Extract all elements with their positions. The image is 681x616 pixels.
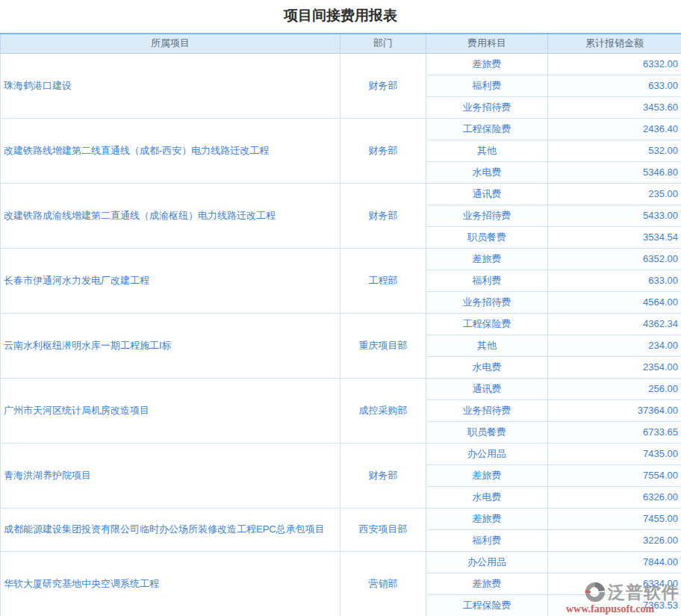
amount-cell[interactable]: 6334.00 — [548, 573, 681, 594]
department-cell: 营销部 — [340, 551, 426, 616]
table-row: 华软大厦研究基地中央空调系统工程营销部办公用品7844.00 — [1, 551, 681, 573]
table-row: 云南水利枢纽潜明水库一期工程施工I标重庆项目部工程保险费4362.34 — [1, 313, 681, 335]
department-cell: 财务部 — [340, 53, 426, 118]
amount-cell[interactable]: 5433.00 — [548, 205, 681, 226]
report-table: 所属项目 部门 费用科目 累计报销金额 珠海鹤港口建设财务部差旅费6332.00… — [0, 33, 681, 616]
department-cell: 成控采购部 — [340, 378, 426, 443]
project-name-cell[interactable]: 华软大厦研究基地中央空调系统工程 — [1, 551, 340, 616]
table-row: 广州市天河区统计局机房改造项目成控采购部通讯费256.00 — [1, 378, 681, 399]
expense-subject-cell[interactable]: 差旅费 — [426, 248, 548, 270]
expense-subject-cell[interactable]: 通讯费 — [426, 378, 548, 399]
department-cell: 工程部 — [340, 248, 426, 313]
expense-subject-cell[interactable]: 水电费 — [426, 356, 548, 378]
expense-subject-cell[interactable]: 办公用品 — [426, 443, 548, 464]
amount-cell[interactable]: 3226.00 — [548, 529, 681, 551]
expense-subject-cell[interactable]: 工程保险费 — [426, 313, 548, 335]
amount-cell[interactable]: 7844.00 — [548, 551, 681, 573]
table-header: 所属项目 部门 费用科目 累计报销金额 — [1, 34, 681, 53]
expense-subject-cell[interactable]: 职员餐费 — [426, 421, 548, 443]
amount-cell[interactable]: 6733.65 — [548, 421, 681, 443]
amount-cell[interactable]: 7363.53 — [548, 594, 681, 616]
amount-cell[interactable]: 6352.00 — [548, 248, 681, 270]
header-row: 所属项目 部门 费用科目 累计报销金额 — [1, 34, 681, 53]
amount-cell[interactable]: 7554.00 — [548, 464, 681, 486]
table-row: 青海洪湖养护院项目财务部办公用品7435.00 — [1, 443, 681, 464]
expense-subject-cell[interactable]: 工程保险费 — [426, 118, 548, 140]
department-cell: 重庆项目部 — [340, 313, 426, 378]
table-row: 长春市伊通河水力发电厂改建工程工程部差旅费6352.00 — [1, 248, 681, 270]
expense-subject-cell[interactable]: 业务招待费 — [426, 96, 548, 118]
project-name-cell[interactable]: 长春市伊通河水力发电厂改建工程 — [1, 248, 340, 313]
project-name-cell[interactable]: 改建铁路成渝线增建第二直通线（成渝枢纽）电力线路迁改工程 — [1, 183, 340, 248]
project-name-cell[interactable]: 成都能源建设集团投资有限公司临时办公场所装修改造工程EPC总承包项目 — [1, 508, 340, 551]
expense-subject-cell[interactable]: 办公用品 — [426, 551, 548, 573]
amount-cell[interactable]: 3453.60 — [548, 96, 681, 118]
table-row: 改建铁路线增建第二线直通线（成都-西安）电力线路迁改工程财务部工程保险费2436… — [1, 118, 681, 140]
expense-subject-cell[interactable]: 其他 — [426, 335, 548, 356]
amount-cell[interactable]: 4362.34 — [548, 313, 681, 335]
amount-cell[interactable]: 7455.00 — [548, 508, 681, 529]
amount-cell[interactable]: 4564.00 — [548, 291, 681, 313]
department-cell: 财务部 — [340, 183, 426, 248]
expense-subject-cell[interactable]: 差旅费 — [426, 53, 548, 75]
amount-cell[interactable]: 633.00 — [548, 270, 681, 291]
department-cell: 西安项目部 — [340, 508, 426, 551]
amount-cell[interactable]: 235.00 — [548, 183, 681, 205]
expense-subject-cell[interactable]: 福利费 — [426, 75, 548, 96]
expense-subject-cell[interactable]: 业务招待费 — [426, 291, 548, 313]
column-header-expense-subject: 费用科目 — [426, 34, 548, 53]
department-cell: 财务部 — [340, 443, 426, 508]
amount-cell[interactable]: 532.00 — [548, 140, 681, 161]
expense-subject-cell[interactable]: 其他 — [426, 140, 548, 161]
amount-cell[interactable]: 2436.40 — [548, 118, 681, 140]
expense-subject-cell[interactable]: 业务招待费 — [426, 205, 548, 226]
project-name-cell[interactable]: 云南水利枢纽潜明水库一期工程施工I标 — [1, 313, 340, 378]
page-title: 项目间接费用报表 — [0, 0, 681, 33]
expense-subject-cell[interactable]: 差旅费 — [426, 573, 548, 594]
amount-cell[interactable]: 7435.00 — [548, 443, 681, 464]
project-name-cell[interactable]: 广州市天河区统计局机房改造项目 — [1, 378, 340, 443]
project-name-cell[interactable]: 珠海鹤港口建设 — [1, 53, 340, 118]
expense-subject-cell[interactable]: 职员餐费 — [426, 226, 548, 248]
report-table-body: 珠海鹤港口建设财务部差旅费6332.00福利费633.00业务招待费3453.6… — [1, 53, 681, 616]
amount-cell[interactable]: 633.00 — [548, 75, 681, 96]
expense-subject-cell[interactable]: 差旅费 — [426, 464, 548, 486]
expense-subject-cell[interactable]: 差旅费 — [426, 508, 548, 529]
amount-cell[interactable]: 6326.00 — [548, 486, 681, 508]
expense-subject-cell[interactable]: 福利费 — [426, 270, 548, 291]
department-cell: 财务部 — [340, 118, 426, 183]
amount-cell[interactable]: 256.00 — [548, 378, 681, 399]
expense-subject-cell[interactable]: 水电费 — [426, 161, 548, 183]
table-row: 珠海鹤港口建设财务部差旅费6332.00 — [1, 53, 681, 75]
amount-cell[interactable]: 234.00 — [548, 335, 681, 356]
amount-cell[interactable]: 37364.00 — [548, 399, 681, 421]
project-name-cell[interactable]: 改建铁路线增建第二线直通线（成都-西安）电力线路迁改工程 — [1, 118, 340, 183]
expense-subject-cell[interactable]: 福利费 — [426, 529, 548, 551]
expense-subject-cell[interactable]: 水电费 — [426, 486, 548, 508]
column-header-department: 部门 — [340, 34, 426, 53]
amount-cell[interactable]: 6332.00 — [548, 53, 681, 75]
expense-subject-cell[interactable]: 通讯费 — [426, 183, 548, 205]
table-row: 改建铁路成渝线增建第二直通线（成渝枢纽）电力线路迁改工程财务部通讯费235.00 — [1, 183, 681, 205]
column-header-project: 所属项目 — [1, 34, 340, 53]
project-name-cell[interactable]: 青海洪湖养护院项目 — [1, 443, 340, 508]
amount-cell[interactable]: 3534.54 — [548, 226, 681, 248]
expense-subject-cell[interactable]: 工程保险费 — [426, 594, 548, 616]
column-header-total-amount: 累计报销金额 — [548, 34, 681, 53]
table-row: 成都能源建设集团投资有限公司临时办公场所装修改造工程EPC总承包项目西安项目部差… — [1, 508, 681, 529]
expense-subject-cell[interactable]: 业务招待费 — [426, 399, 548, 421]
amount-cell[interactable]: 5346.80 — [548, 161, 681, 183]
amount-cell[interactable]: 2354.00 — [548, 356, 681, 378]
